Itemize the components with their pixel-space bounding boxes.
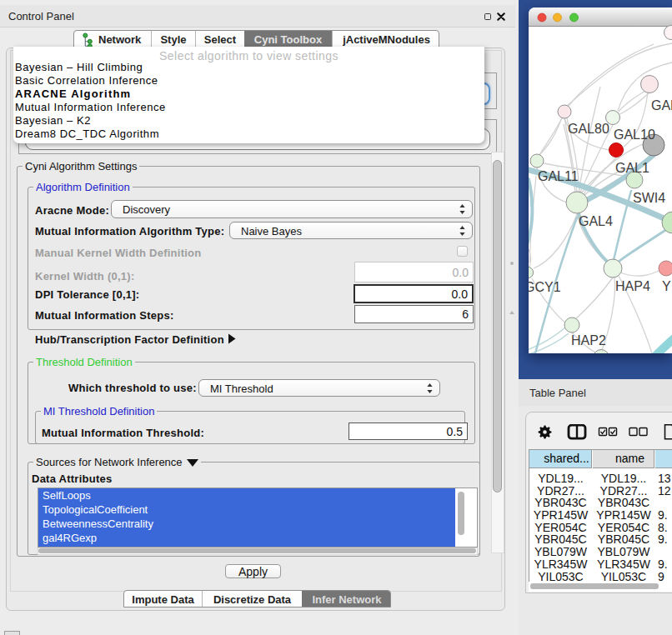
svg-text:GAL4: GAL4 (579, 214, 613, 228)
svg-text:Y: Y (662, 279, 671, 293)
svg-text:GCY1: GCY1 (529, 280, 561, 294)
svg-text:SWI4: SWI4 (633, 191, 665, 205)
svg-text:GAL7: GAL7 (651, 98, 672, 112)
svg-text:GAL11: GAL11 (538, 169, 579, 183)
svg-text:GAL1: GAL1 (615, 161, 649, 175)
svg-text:GAL80: GAL80 (568, 122, 609, 136)
svg-text:HAP4: HAP4 (615, 279, 650, 293)
svg-text:HAP2: HAP2 (571, 333, 606, 348)
svg-text:GAL10: GAL10 (614, 128, 655, 142)
